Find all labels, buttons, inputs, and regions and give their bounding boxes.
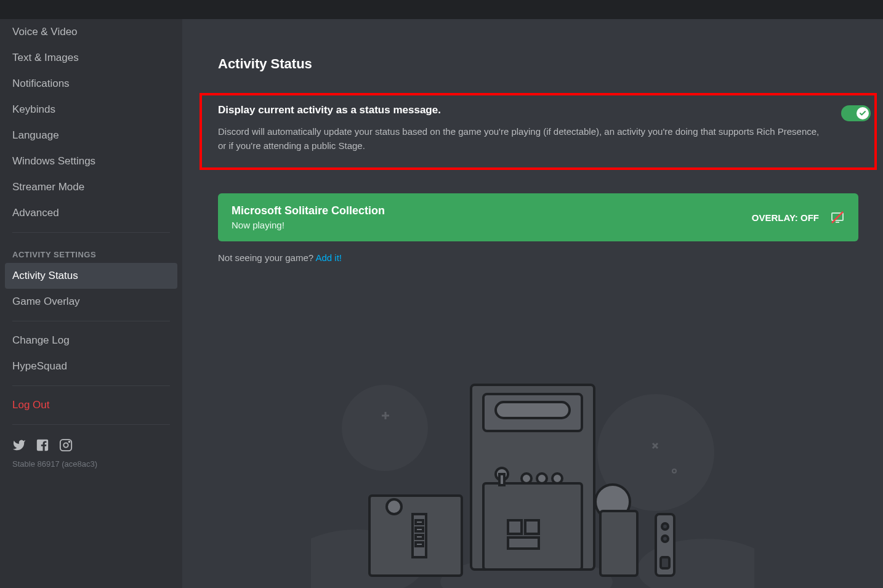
svg-point-18 — [522, 473, 531, 483]
svg-point-6 — [342, 385, 428, 471]
sidebar-divider — [12, 424, 170, 425]
svg-point-25 — [387, 499, 401, 514]
game-name: Microsoft Solitaire Collection — [232, 204, 752, 217]
sidebar-header-activity: ACTIVITY SETTINGS — [5, 239, 177, 263]
svg-rect-4 — [836, 222, 839, 223]
instagram-icon[interactable] — [59, 438, 73, 452]
settings-sidebar: Voice & Video Text & Images Notification… — [0, 19, 182, 588]
sidebar-item-advanced[interactable]: Advanced — [5, 200, 177, 226]
not-seeing-text: Not seeing your game? — [218, 252, 315, 263]
game-card-right: OVERLAY: OFF — [752, 210, 845, 225]
current-game-card: Microsoft Solitaire Collection Now playi… — [218, 193, 858, 241]
sidebar-item-language[interactable]: Language — [5, 123, 177, 148]
window-titlebar — [0, 0, 883, 19]
sidebar-divider — [12, 385, 170, 386]
setting-row-display-activity: Display current activity as a status mes… — [218, 104, 858, 153]
svg-point-20 — [552, 473, 562, 483]
sidebar-divider — [12, 232, 170, 233]
page-title: Activity Status — [218, 56, 858, 72]
arcade-illustration — [311, 373, 754, 588]
svg-rect-36 — [661, 557, 669, 568]
svg-rect-28 — [416, 528, 423, 531]
sidebar-item-streamer-mode[interactable]: Streamer Mode — [5, 174, 177, 200]
app-root: Voice & Video Text & Images Notification… — [0, 19, 883, 588]
settings-content: Activity Status Display current activity… — [182, 19, 883, 588]
svg-rect-29 — [416, 535, 423, 539]
not-seeing-game-prompt: Not seeing your game? Add it! — [218, 252, 858, 263]
toggle-knob — [857, 107, 869, 119]
game-status: Now playing! — [232, 220, 752, 230]
svg-rect-30 — [416, 542, 423, 546]
svg-point-34 — [662, 523, 668, 530]
setting-label: Display current activity as a status mes… — [218, 104, 826, 116]
game-card-left: Microsoft Solitaire Collection Now playi… — [232, 204, 752, 230]
sidebar-item-keybinds[interactable]: Keybinds — [5, 97, 177, 123]
svg-point-1 — [63, 443, 68, 447]
svg-rect-22 — [525, 520, 539, 534]
highlighted-setting: Display current activity as a status mes… — [200, 93, 877, 170]
sidebar-item-windows-settings[interactable]: Windows Settings — [5, 148, 177, 174]
svg-rect-21 — [508, 520, 522, 534]
sidebar-item-change-log[interactable]: Change Log — [5, 328, 177, 353]
svg-rect-27 — [416, 520, 423, 524]
sidebar-item-game-overlay[interactable]: Game Overlay — [5, 289, 177, 315]
facebook-icon[interactable] — [36, 438, 49, 452]
overlay-label: OVERLAY: OFF — [752, 212, 819, 223]
svg-point-35 — [662, 536, 668, 542]
sidebar-item-voice-video[interactable]: Voice & Video — [5, 19, 177, 45]
svg-point-2 — [69, 441, 70, 443]
twitter-icon[interactable] — [12, 438, 26, 452]
add-game-link[interactable]: Add it! — [315, 252, 342, 263]
sidebar-item-activity-status[interactable]: Activity Status — [5, 263, 177, 289]
sidebar-divider — [12, 321, 170, 321]
svg-rect-17 — [499, 474, 504, 485]
sidebar-logout[interactable]: Log Out — [5, 392, 177, 418]
svg-rect-14 — [496, 402, 570, 418]
sidebar-version: Stable 86917 (ace8ac3) — [5, 459, 177, 476]
sidebar-item-hypesquad[interactable]: HypeSquad — [5, 353, 177, 379]
sidebar-item-text-images[interactable]: Text & Images — [5, 45, 177, 71]
setting-description: Discord will automatically update your s… — [218, 125, 826, 153]
svg-rect-32 — [600, 511, 637, 576]
setting-text: Display current activity as a status mes… — [218, 104, 841, 153]
sidebar-socials — [5, 431, 177, 459]
svg-rect-23 — [508, 538, 539, 549]
sidebar-list: Voice & Video Text & Images Notification… — [5, 19, 177, 588]
sidebar-item-notifications[interactable]: Notifications — [5, 71, 177, 97]
overlay-off-icon[interactable] — [830, 210, 845, 225]
svg-point-19 — [537, 473, 547, 483]
toggle-display-activity[interactable] — [841, 105, 871, 121]
